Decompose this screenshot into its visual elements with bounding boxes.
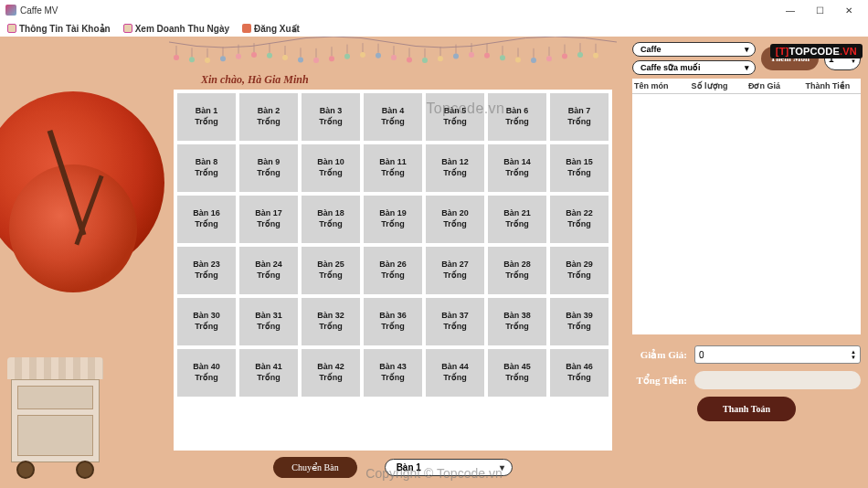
table-button[interactable]: Bàn 19Trống [364,196,422,243]
table-status: Trống [443,271,467,281]
col-price: Đơn Giá [746,79,804,93]
discount-spinner[interactable]: ▲▼ [851,349,856,360]
pay-button[interactable]: Thanh Toán [697,397,796,421]
table-name: Bàn 45 [503,362,531,373]
table-name: Bàn 39 [566,311,593,322]
table-button[interactable]: Bàn 4Trống [364,93,422,141]
table-button[interactable]: Bàn 22Trống [550,196,609,243]
table-button[interactable]: Bàn 40Trống [177,349,236,397]
svg-point-43 [500,55,505,60]
table-name: Bàn 3 [320,106,343,117]
table-status: Trống [443,373,467,384]
decor-lights [169,37,617,73]
destination-table-value: Bàn 1 [397,462,421,472]
table-name: Bàn 27 [441,260,469,271]
table-button[interactable]: Bàn 45Trống [488,349,546,397]
move-table-button[interactable]: Chuyển Bàn [273,457,356,478]
svg-point-27 [376,53,381,58]
svg-point-1 [174,55,179,60]
table-name: Bàn 44 [441,362,469,373]
table-button[interactable]: Bàn 24Trống [239,247,298,294]
table-status: Trống [381,219,405,230]
table-button[interactable]: Bàn 7Trống [550,93,609,141]
table-button[interactable]: Bàn 44Trống [426,349,484,397]
table-button[interactable]: Bàn 37Trống [426,298,484,345]
greeting-text: Xin chào, Hà Gia Minh [201,73,309,87]
svg-point-17 [298,57,303,62]
table-button[interactable]: Bàn 15Trống [550,144,609,192]
menu-logout[interactable]: Đăng Xuất [242,24,300,34]
table-name: Bàn 4 [382,106,405,117]
category-select[interactable]: Caffe [632,42,756,57]
table-button[interactable]: Bàn 12Trống [426,144,484,192]
table-button[interactable]: Bàn 9Trống [239,144,298,192]
app-icon [5,5,16,16]
table-status: Trống [319,271,343,281]
destination-table-select[interactable]: Bàn 1 [385,459,513,476]
order-table: Tên món Số lượng Đơn Giá Thành Tiền [632,79,861,334]
menu-account-label: Thông Tin Tài Khoản [19,24,111,34]
discount-input[interactable]: 0 ▲▼ [694,345,861,364]
svg-point-3 [189,57,195,62]
table-button[interactable]: Bàn 5Trống [426,93,484,141]
table-button[interactable]: Bàn 41Trống [239,349,298,397]
table-button[interactable]: Bàn 1Trống [177,93,236,141]
table-status: Trống [505,168,529,179]
table-button[interactable]: Bàn 10Trống [302,144,360,192]
table-status: Trống [443,117,467,128]
table-button[interactable]: Bàn 17Trống [239,196,298,243]
col-qty: Số lượng [690,79,747,93]
table-button[interactable]: Bàn 32Trống [302,298,360,345]
menu-logout-label: Đăng Xuất [254,24,300,34]
table-name: Bàn 42 [317,362,344,373]
table-button[interactable]: Bàn 16Trống [177,196,236,243]
table-button[interactable]: Bàn 14Trống [488,144,546,192]
menu-account[interactable]: Thông Tin Tài Khoản [7,24,111,34]
menu-revenue[interactable]: Xem Doanh Thu Ngày [123,24,229,34]
table-name: Bàn 43 [379,362,407,373]
table-button[interactable]: Bàn 8Trống [177,144,236,192]
table-button[interactable]: Bàn 28Trống [488,247,546,294]
table-button[interactable]: Bàn 29Trống [550,247,609,294]
table-status: Trống [381,117,405,128]
table-status: Trống [381,373,405,384]
table-status: Trống [567,117,591,128]
table-button[interactable]: Bàn 25Trống [302,247,360,294]
table-status: Trống [257,219,281,230]
table-name: Bàn 9 [258,157,281,168]
table-button[interactable]: Bàn 43Trống [364,349,422,397]
svg-point-55 [593,53,598,58]
bottom-controls: Chuyển Bàn Bàn 1 [174,453,612,481]
table-name: Bàn 30 [193,311,220,322]
table-status: Trống [257,168,281,179]
table-button[interactable]: Bàn 26Trống [364,247,422,294]
svg-point-45 [515,57,521,62]
table-button[interactable]: Bàn 2Trống [239,93,298,141]
table-button[interactable]: Bàn 18Trống [302,196,360,243]
table-button[interactable]: Bàn 20Trống [426,196,484,243]
table-status: Trống [195,168,218,179]
table-button[interactable]: Bàn 30Trống [177,298,236,345]
table-button[interactable]: Bàn 42Trống [302,349,360,397]
svg-point-33 [422,58,428,63]
table-button[interactable]: Bàn 38Trống [488,298,546,345]
table-button[interactable]: Bàn 21Trống [488,196,546,243]
table-button[interactable]: Bàn 39Trống [550,298,609,345]
table-button[interactable]: Bàn 36Trống [364,298,422,345]
window-title: Caffe MV [20,5,58,16]
window-close-button[interactable]: ✕ [835,5,863,16]
table-button[interactable]: Bàn 31Trống [239,298,298,345]
table-button[interactable]: Bàn 27Trống [426,247,484,294]
item-select[interactable]: Caffe sữa muối [632,60,756,75]
table-name: Bàn 46 [566,362,593,373]
window-maximize-button[interactable]: ☐ [806,5,833,16]
table-status: Trống [257,322,281,333]
table-button[interactable]: Bàn 23Trống [177,247,236,294]
table-button[interactable]: Bàn 46Trống [550,349,609,397]
table-button[interactable]: Bàn 3Trống [302,93,360,141]
window-minimize-button[interactable]: — [777,5,804,16]
table-button[interactable]: Bàn 11Trống [364,144,422,192]
table-status: Trống [257,271,281,281]
table-status: Trống [505,219,529,230]
table-button[interactable]: Bàn 6Trống [488,93,546,141]
